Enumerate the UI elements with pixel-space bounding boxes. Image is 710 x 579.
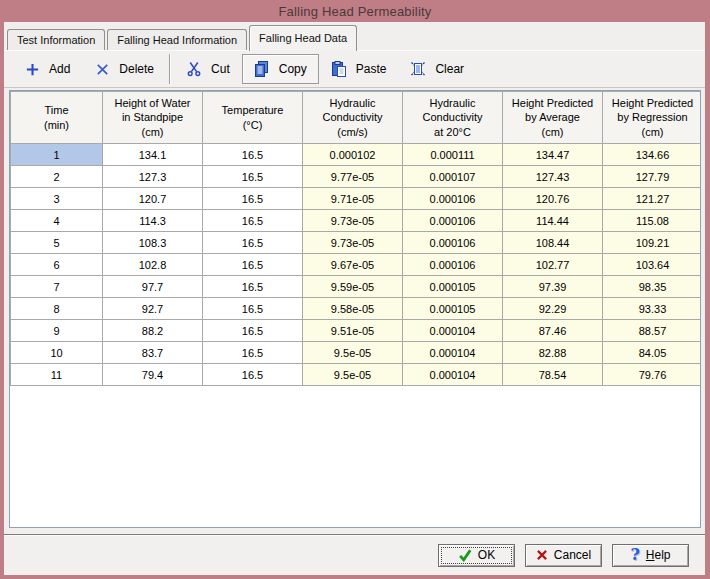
grid-cell[interactable]: 9.58e-05 bbox=[303, 298, 403, 320]
grid-cell[interactable]: 0.000104 bbox=[403, 342, 503, 364]
grid-cell[interactable]: 134.66 bbox=[603, 144, 702, 166]
grid-cell[interactable]: 88.57 bbox=[603, 320, 702, 342]
grid-cell[interactable]: 4 bbox=[11, 210, 103, 232]
grid-cell[interactable]: 0.000106 bbox=[403, 254, 503, 276]
grid-cell[interactable]: 8 bbox=[11, 298, 103, 320]
grid-cell[interactable]: 102.77 bbox=[503, 254, 603, 276]
grid-cell[interactable]: 79.76 bbox=[603, 364, 702, 386]
grid-cell[interactable]: 9.73e-05 bbox=[303, 232, 403, 254]
grid-cell[interactable]: 127.43 bbox=[503, 166, 603, 188]
clear-button[interactable]: Clear bbox=[398, 54, 476, 84]
grid-cell[interactable]: 5 bbox=[11, 232, 103, 254]
grid-cell[interactable]: 3 bbox=[11, 188, 103, 210]
grid-cell[interactable]: 108.3 bbox=[103, 232, 203, 254]
tab-strip: Test Information Falling Head Informatio… bbox=[4, 22, 705, 50]
grid-cell[interactable]: 83.7 bbox=[103, 342, 203, 364]
paste-button[interactable]: Paste bbox=[319, 54, 399, 84]
grid-cell[interactable]: 108.44 bbox=[503, 232, 603, 254]
grid-cell[interactable]: 0.000111 bbox=[403, 144, 503, 166]
grid-cell[interactable]: 114.44 bbox=[503, 210, 603, 232]
grid-cell[interactable]: 9.71e-05 bbox=[303, 188, 403, 210]
grid-cell[interactable]: 11 bbox=[11, 364, 103, 386]
grid-cell[interactable]: 9.5e-05 bbox=[303, 342, 403, 364]
grid-cell[interactable]: 109.21 bbox=[603, 232, 702, 254]
grid-cell[interactable]: 16.5 bbox=[203, 364, 303, 386]
tab-falling-head-information[interactable]: Falling Head Information bbox=[107, 29, 247, 50]
grid-cell[interactable]: 87.46 bbox=[503, 320, 603, 342]
grid-cell[interactable]: 16.5 bbox=[203, 188, 303, 210]
grid-cell[interactable]: 9.51e-05 bbox=[303, 320, 403, 342]
grid-cell[interactable]: 0.000105 bbox=[403, 298, 503, 320]
grid-cell[interactable]: 93.33 bbox=[603, 298, 702, 320]
grid-cell[interactable]: 16.5 bbox=[203, 320, 303, 342]
grid-cell[interactable]: 120.7 bbox=[103, 188, 203, 210]
grid-cell[interactable]: 78.54 bbox=[503, 364, 603, 386]
cancel-button[interactable]: Cancel bbox=[525, 544, 602, 567]
grid-cell[interactable]: 9.77e-05 bbox=[303, 166, 403, 188]
toolbar-separator bbox=[169, 54, 171, 84]
check-icon bbox=[458, 548, 472, 562]
table-row: 2127.316.59.77e-050.000107127.43127.79 bbox=[11, 166, 702, 188]
grid-cell[interactable]: 16.5 bbox=[203, 276, 303, 298]
copy-button[interactable]: Copy bbox=[242, 54, 319, 84]
table-row: 6102.816.59.67e-050.000106102.77103.64 bbox=[11, 254, 702, 276]
grid-cell[interactable]: 134.1 bbox=[103, 144, 203, 166]
grid-cell[interactable]: 115.08 bbox=[603, 210, 702, 232]
add-button[interactable]: Add bbox=[12, 54, 82, 84]
grid-cell[interactable]: 114.3 bbox=[103, 210, 203, 232]
grid-cell[interactable]: 102.8 bbox=[103, 254, 203, 276]
grid-cell[interactable]: 0.000106 bbox=[403, 188, 503, 210]
delete-button[interactable]: Delete bbox=[82, 54, 166, 84]
grid-cell[interactable]: 98.35 bbox=[603, 276, 702, 298]
cut-button[interactable]: Cut bbox=[174, 54, 242, 84]
ok-button[interactable]: OK bbox=[438, 544, 515, 567]
grid-cell[interactable]: 9.67e-05 bbox=[303, 254, 403, 276]
grid-cell[interactable]: 16.5 bbox=[203, 166, 303, 188]
table-row: 1179.416.59.5e-050.00010478.5479.76 bbox=[11, 364, 702, 386]
help-button[interactable]: ? Help bbox=[612, 544, 689, 567]
grid-cell[interactable]: 97.7 bbox=[103, 276, 203, 298]
grid-cell[interactable]: 1 bbox=[11, 144, 103, 166]
grid-cell[interactable]: 134.47 bbox=[503, 144, 603, 166]
grid-cell[interactable]: 9 bbox=[11, 320, 103, 342]
grid-cell[interactable]: 0.000104 bbox=[403, 320, 503, 342]
grid-cell[interactable]: 10 bbox=[11, 342, 103, 364]
grid-cell[interactable]: 127.79 bbox=[603, 166, 702, 188]
grid-cell[interactable]: 79.4 bbox=[103, 364, 203, 386]
grid-cell[interactable]: 6 bbox=[11, 254, 103, 276]
grid-cell[interactable]: 16.5 bbox=[203, 254, 303, 276]
grid-cell[interactable]: 127.3 bbox=[103, 166, 203, 188]
grid-cell[interactable]: 9.73e-05 bbox=[303, 210, 403, 232]
tab-test-information[interactable]: Test Information bbox=[7, 29, 105, 50]
grid-cell[interactable]: 9.59e-05 bbox=[303, 276, 403, 298]
copy-icon bbox=[254, 61, 270, 77]
grid-cell[interactable]: 0.000107 bbox=[403, 166, 503, 188]
grid-cell[interactable]: 103.64 bbox=[603, 254, 702, 276]
question-mark-icon: ? bbox=[630, 547, 639, 563]
table-row: 4114.316.59.73e-050.000106114.44115.08 bbox=[11, 210, 702, 232]
grid-cell[interactable]: 82.88 bbox=[503, 342, 603, 364]
grid-cell[interactable]: 88.2 bbox=[103, 320, 203, 342]
grid-cell[interactable]: 92.29 bbox=[503, 298, 603, 320]
grid-cell[interactable]: 16.5 bbox=[203, 342, 303, 364]
grid-cell[interactable]: 16.5 bbox=[203, 210, 303, 232]
grid-cell[interactable]: 0.000106 bbox=[403, 232, 503, 254]
grid-cell[interactable]: 0.000102 bbox=[303, 144, 403, 166]
grid-cell[interactable]: 92.7 bbox=[103, 298, 203, 320]
paste-icon bbox=[331, 61, 347, 77]
grid-cell[interactable]: 121.27 bbox=[603, 188, 702, 210]
grid-cell[interactable]: 16.5 bbox=[203, 298, 303, 320]
grid-cell[interactable]: 7 bbox=[11, 276, 103, 298]
grid-cell[interactable]: 0.000104 bbox=[403, 364, 503, 386]
tab-falling-head-data[interactable]: Falling Head Data bbox=[249, 25, 357, 51]
cancel-label: Cancel bbox=[554, 548, 591, 562]
grid-cell[interactable]: 2 bbox=[11, 166, 103, 188]
grid-cell[interactable]: 0.000105 bbox=[403, 276, 503, 298]
grid-cell[interactable]: 16.5 bbox=[203, 232, 303, 254]
grid-cell[interactable]: 84.05 bbox=[603, 342, 702, 364]
grid-cell[interactable]: 0.000106 bbox=[403, 210, 503, 232]
grid-cell[interactable]: 16.5 bbox=[203, 144, 303, 166]
grid-cell[interactable]: 120.76 bbox=[503, 188, 603, 210]
grid-cell[interactable]: 9.5e-05 bbox=[303, 364, 403, 386]
grid-cell[interactable]: 97.39 bbox=[503, 276, 603, 298]
